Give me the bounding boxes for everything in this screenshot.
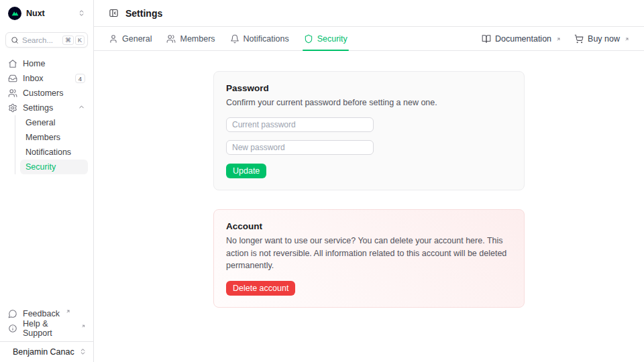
- tab-security[interactable]: Security: [304, 27, 347, 50]
- gear-icon: [8, 103, 17, 113]
- sidebar-item-label: Home: [23, 59, 45, 68]
- app-window: Nuxt Search... ⌘ K Home Inbox 4: [0, 0, 644, 362]
- users-icon: [166, 34, 176, 44]
- subnav-label: Notifications: [25, 147, 71, 157]
- tool-link-label: Documentation: [495, 34, 551, 44]
- settings-subnav: General Members Notifications Security: [15, 115, 88, 174]
- settings-tabs: General Members Notifications Security: [109, 27, 347, 50]
- account-card-title: Account: [226, 221, 512, 231]
- sidebar-item-label: Inbox: [23, 74, 44, 83]
- nuxt-logo-icon: [8, 7, 21, 20]
- tab-general[interactable]: General: [109, 27, 152, 50]
- tab-label: Notifications: [244, 34, 289, 44]
- home-icon: [8, 59, 17, 68]
- external-link-icon: [556, 37, 561, 42]
- external-link-icon: [81, 324, 85, 328]
- sidebar-item-members[interactable]: Members: [20, 130, 88, 145]
- footer-item-label: Feedback: [23, 309, 60, 318]
- chevron-up-icon: [78, 103, 85, 113]
- password-card-title: Password: [226, 83, 512, 93]
- tab-label: General: [122, 34, 152, 44]
- chevrons-up-down-icon: [79, 346, 87, 358]
- sidebar-item-inbox[interactable]: Inbox 4: [5, 71, 88, 86]
- password-card: Password Confirm your current password b…: [213, 71, 525, 190]
- search-placeholder: Search...: [22, 36, 53, 44]
- inbox-count-badge: 4: [75, 74, 85, 83]
- sidebar-nav: Home Inbox 4 Customers Settings General: [5, 56, 88, 174]
- account-card-description: No longer want to use our service? You c…: [226, 235, 512, 272]
- kbd-meta: ⌘: [62, 36, 74, 45]
- footer-item-label: Help & Support: [23, 319, 75, 338]
- sidebar-item-label: Settings: [23, 103, 53, 113]
- user-menu[interactable]: Benjamin Canac: [0, 341, 93, 362]
- page-title: Settings: [125, 8, 162, 19]
- sidebar-item-settings[interactable]: Settings: [5, 101, 88, 115]
- panel-collapse-icon[interactable]: [109, 8, 119, 18]
- tab-notifications[interactable]: Notifications: [230, 27, 289, 50]
- user-icon: [109, 34, 118, 44]
- subnav-label: General: [25, 118, 55, 127]
- settings-security-content: Password Confirm your current password b…: [94, 51, 644, 362]
- password-card-description: Confirm your current password before set…: [226, 97, 512, 109]
- update-password-button[interactable]: Update: [226, 164, 266, 178]
- help-support-link[interactable]: Help & Support: [5, 321, 88, 336]
- shield-icon: [304, 34, 313, 44]
- tab-label: Members: [180, 34, 215, 44]
- sidebar-spacer: [5, 174, 88, 306]
- current-password-field[interactable]: [226, 117, 374, 132]
- kbd-k: K: [75, 36, 85, 45]
- buy-now-link[interactable]: Buy now: [574, 34, 629, 44]
- sidebar-item-general[interactable]: General: [20, 115, 88, 130]
- user-name: Benjamin Canac: [13, 347, 74, 357]
- subnav-label: Security: [25, 162, 56, 172]
- bell-icon: [230, 34, 239, 44]
- sidebar-item-customers[interactable]: Customers: [5, 86, 88, 101]
- search-input[interactable]: Search... ⌘ K: [5, 32, 88, 48]
- new-password-field[interactable]: [226, 140, 374, 155]
- subnav-label: Members: [25, 133, 60, 142]
- sidebar-item-home[interactable]: Home: [5, 56, 88, 71]
- chevrons-up-down-icon: [78, 7, 85, 19]
- team-name: Nuxt: [26, 9, 45, 18]
- page-header: Settings: [94, 0, 644, 27]
- cart-icon: [574, 34, 584, 44]
- info-circle-icon: [8, 324, 17, 333]
- external-link-icon: [625, 37, 629, 42]
- sidebar-item-label: Customers: [23, 88, 63, 98]
- account-card: Account No longer want to use our servic…: [213, 209, 525, 308]
- team-selector[interactable]: Nuxt: [5, 5, 88, 21]
- sidebar-item-notifications[interactable]: Notifications: [20, 145, 88, 160]
- book-open-icon: [482, 34, 491, 44]
- search-icon: [11, 36, 19, 44]
- main-area: Settings General Members Notifications: [94, 0, 644, 362]
- delete-account-button[interactable]: Delete account: [226, 281, 295, 296]
- sidebar-footer: Feedback Help & Support: [5, 306, 88, 341]
- sidebar-item-security[interactable]: Security: [20, 160, 88, 174]
- inbox-icon: [8, 74, 17, 83]
- documentation-link[interactable]: Documentation: [482, 34, 561, 44]
- sidebar: Nuxt Search... ⌘ K Home Inbox 4: [0, 0, 94, 362]
- users-icon: [8, 88, 17, 98]
- tab-members[interactable]: Members: [166, 27, 215, 50]
- team-selector-row: Nuxt: [5, 0, 88, 27]
- tool-link-label: Buy now: [588, 34, 620, 44]
- search-shortcut: ⌘ K: [62, 36, 85, 45]
- chat-bubble-icon: [8, 309, 17, 318]
- toolbar-right: Documentation Buy now: [482, 27, 629, 50]
- tab-label: Security: [317, 34, 347, 44]
- settings-toolbar: General Members Notifications Security: [94, 27, 644, 51]
- external-link-icon: [66, 309, 70, 314]
